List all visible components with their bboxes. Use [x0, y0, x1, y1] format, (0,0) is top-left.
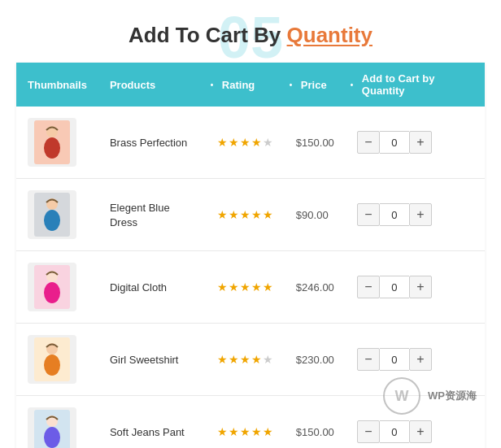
star-icon: ★	[229, 136, 239, 149]
product-price: $150.00	[296, 426, 334, 438]
star-icon: ★	[240, 425, 250, 438]
table-row: Digital Cloth ★★★★★ $246.00 − +	[16, 251, 485, 324]
product-price-cell: $246.00	[285, 251, 346, 324]
product-rating-cell: ★★★★★	[206, 251, 285, 324]
product-rating-cell: ★★★★★	[206, 107, 285, 179]
qty-increase-button[interactable]: +	[409, 131, 432, 154]
product-name: Brass Perfection	[110, 137, 187, 149]
star-icon: ★	[263, 208, 273, 221]
product-price: $150.00	[296, 137, 334, 149]
qty-stepper: − +	[357, 420, 473, 443]
qty-input[interactable]	[380, 276, 409, 298]
table-body: Brass Perfection ★★★★★ $150.00 − +	[16, 107, 485, 448]
qty-stepper: − +	[357, 203, 473, 226]
qty-decrease-button[interactable]: −	[357, 348, 380, 371]
product-price: $246.00	[296, 281, 334, 294]
col-header-price: Price	[285, 63, 346, 107]
svg-point-2	[44, 137, 60, 159]
product-qty-cell: − +	[346, 179, 485, 251]
product-name-cell: Soft Jeans Pant	[98, 396, 206, 449]
qty-increase-button[interactable]: +	[409, 420, 432, 443]
star-icon: ★	[229, 208, 239, 221]
star-icon: ★	[251, 136, 262, 149]
product-name: Elegent Blue Dress	[110, 202, 170, 228]
star-icon: ★	[229, 281, 239, 294]
qty-input[interactable]	[380, 348, 409, 371]
product-name: Soft Jeans Pant	[110, 426, 185, 438]
table-row: Soft Jeans Pant ★★★★★ $150.00 − +	[16, 396, 485, 449]
thumbnail-cell	[16, 179, 98, 251]
qty-input[interactable]	[380, 420, 409, 443]
product-qty-cell: − +	[346, 107, 485, 179]
thumbnail-cell	[16, 396, 98, 449]
product-thumbnail	[28, 190, 76, 239]
svg-point-5	[44, 210, 60, 231]
title-highlight: Quantity	[287, 23, 372, 47]
page-wrapper: 05 Add To Cart By Quantity Thumbnails Pr…	[0, 0, 501, 448]
product-name-cell: Girl Sweetshirt	[98, 324, 206, 396]
qty-input[interactable]	[380, 203, 409, 226]
qty-increase-button[interactable]: +	[409, 203, 432, 226]
col-header-thumbnails: Thumbnails	[16, 63, 98, 107]
product-price-cell: $150.00	[285, 107, 346, 179]
star-icon: ★	[263, 136, 273, 149]
star-icon: ★	[251, 425, 262, 438]
qty-stepper: − +	[357, 276, 473, 298]
star-icon: ★	[217, 425, 228, 438]
qty-increase-button[interactable]: +	[409, 276, 432, 298]
svg-point-11	[44, 354, 60, 376]
product-name: Digital Cloth	[110, 281, 167, 294]
table-row: Brass Perfection ★★★★★ $150.00 − +	[16, 107, 485, 179]
table-header-row: Thumbnails Products Rating Price Add to …	[16, 63, 485, 107]
qty-decrease-button[interactable]: −	[357, 276, 380, 298]
star-rating: ★★★★★	[217, 425, 273, 438]
product-thumbnail	[28, 118, 76, 167]
star-icon: ★	[217, 208, 228, 221]
product-rating-cell: ★★★★★	[206, 179, 285, 251]
product-thumbnail	[28, 263, 76, 311]
product-name-cell: Elegent Blue Dress	[98, 179, 206, 251]
star-icon: ★	[251, 208, 262, 221]
product-name-cell: Brass Perfection	[98, 107, 206, 179]
star-icon: ★	[240, 281, 250, 294]
product-table: Thumbnails Products Rating Price Add to …	[16, 63, 485, 448]
qty-decrease-button[interactable]: −	[357, 131, 380, 154]
product-name: Girl Sweetshirt	[110, 354, 179, 366]
product-name-cell: Digital Cloth	[98, 251, 206, 324]
star-icon: ★	[217, 281, 228, 294]
product-thumbnail	[28, 335, 76, 384]
thumbnail-cell	[16, 107, 98, 179]
star-icon: ★	[229, 425, 239, 438]
star-icon: ★	[217, 136, 228, 149]
star-icon: ★	[263, 353, 273, 366]
star-icon: ★	[217, 353, 228, 366]
star-icon: ★	[240, 353, 250, 366]
star-icon: ★	[240, 208, 250, 221]
product-qty-cell: − +	[346, 251, 485, 324]
table-row: Girl Sweetshirt ★★★★★ $230.00 − +	[16, 324, 485, 396]
product-price: $230.00	[296, 354, 334, 366]
star-icon: ★	[229, 353, 239, 366]
qty-decrease-button[interactable]: −	[357, 203, 380, 226]
title-prefix: Add To Cart By	[129, 23, 287, 47]
table-header: Thumbnails Products Rating Price Add to …	[16, 63, 485, 107]
qty-stepper: − +	[357, 348, 473, 371]
qty-input[interactable]	[380, 131, 409, 154]
product-price-cell: $150.00	[285, 396, 346, 449]
product-qty-cell: − +	[346, 324, 485, 396]
product-price-cell: $230.00	[285, 324, 346, 396]
star-rating: ★★★★★	[217, 281, 273, 294]
thumbnail-cell	[16, 324, 98, 396]
product-price: $90.00	[296, 209, 329, 221]
col-header-products: Products	[98, 63, 206, 107]
qty-decrease-button[interactable]: −	[357, 420, 380, 443]
star-rating: ★★★★★	[217, 353, 273, 366]
star-rating: ★★★★★	[217, 136, 273, 149]
svg-point-14	[44, 427, 60, 448]
product-qty-cell: − +	[346, 396, 485, 449]
star-icon: ★	[240, 136, 250, 149]
svg-point-8	[44, 282, 60, 303]
star-icon: ★	[263, 425, 273, 438]
star-icon: ★	[263, 281, 273, 294]
qty-increase-button[interactable]: +	[409, 348, 432, 371]
